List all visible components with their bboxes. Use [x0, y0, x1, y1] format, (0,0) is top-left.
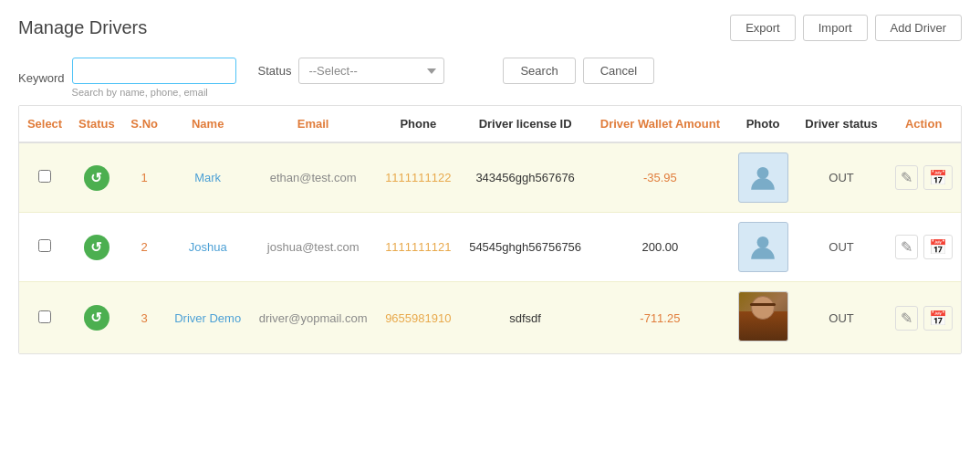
col-phone: Phone: [377, 106, 460, 142]
cell-driver-status: OUT: [797, 213, 887, 282]
cell-select: [19, 282, 70, 354]
page-title: Manage Drivers: [18, 17, 147, 38]
status-select[interactable]: --Select-- Active Inactive: [298, 58, 444, 84]
cell-email: driver@yopmail.com: [250, 282, 377, 354]
col-sno: S.No: [123, 106, 166, 142]
calendar-icon[interactable]: 📅: [923, 165, 953, 190]
table-row: ↺ 2 Joshua joshua@test.com 1111111121 54…: [19, 213, 961, 282]
cell-phone: 1111111122: [377, 142, 460, 213]
cell-wallet: -35.95: [590, 142, 729, 213]
table-header: Select Status S.No Name Email Phone Driv…: [19, 106, 961, 142]
drivers-table-wrap: Select Status S.No Name Email Phone Driv…: [18, 105, 962, 354]
cell-action: ✎ 📅: [886, 282, 961, 354]
cell-license: 343456ggh567676: [460, 142, 590, 213]
page-header: Manage Drivers Export Import Add Driver: [18, 15, 962, 41]
calendar-icon[interactable]: 📅: [923, 235, 953, 259]
cell-wallet: 200.00: [590, 213, 729, 282]
col-license: Driver license ID: [460, 106, 590, 142]
col-action: Action: [886, 106, 961, 142]
col-driver-status: Driver status: [797, 106, 887, 142]
cell-status: ↺: [70, 213, 123, 282]
manage-drivers-page: Manage Drivers Export Import Add Driver …: [0, 0, 980, 369]
col-email: Email: [250, 106, 377, 142]
col-select: Select: [19, 106, 70, 142]
table-body: ↺ 1 Mark ethan@test.com 1111111122 34345…: [19, 142, 961, 353]
search-button[interactable]: Search: [503, 58, 575, 84]
cell-name: Joshua: [166, 213, 250, 282]
cell-photo: [729, 213, 796, 282]
keyword-label: Keyword: [18, 71, 65, 85]
cell-driver-status: OUT: [797, 142, 887, 213]
svg-point-1: [757, 236, 769, 248]
edit-icon[interactable]: ✎: [895, 165, 918, 190]
cell-sno: 2: [123, 213, 166, 282]
cell-status: ↺: [70, 142, 123, 213]
driver-name-link[interactable]: Driver Demo: [174, 311, 241, 325]
cancel-button[interactable]: Cancel: [583, 58, 654, 84]
header-buttons: Export Import Add Driver: [730, 15, 962, 41]
cell-name: Driver Demo: [166, 282, 250, 354]
row-checkbox[interactable]: [38, 239, 51, 252]
cell-phone: 9655981910: [377, 282, 460, 354]
cell-email: joshua@test.com: [250, 213, 377, 282]
status-group: Status --Select-- Active Inactive: [258, 58, 445, 84]
import-button[interactable]: Import: [803, 15, 868, 41]
status-label: Status: [258, 64, 292, 78]
cell-name: Mark: [166, 142, 250, 213]
col-photo: Photo: [729, 106, 796, 142]
keyword-group: Keyword Search by name, phone, email: [18, 58, 236, 98]
filter-action-buttons: Search Cancel: [503, 58, 654, 84]
col-wallet: Driver Wallet Amount: [590, 106, 729, 142]
add-driver-button[interactable]: Add Driver: [875, 15, 962, 41]
calendar-icon[interactable]: 📅: [923, 306, 953, 331]
cell-select: [19, 142, 70, 213]
keyword-wrap: Search by name, phone, email: [72, 58, 236, 98]
photo-placeholder: [738, 152, 788, 203]
drivers-table: Select Status S.No Name Email Phone Driv…: [19, 106, 961, 353]
cell-license: 54545ghgh56756756: [460, 213, 590, 282]
cell-wallet: -711.25: [590, 282, 729, 354]
filter-section: Keyword Search by name, phone, email Sta…: [18, 58, 962, 98]
keyword-input[interactable]: [72, 58, 236, 84]
cell-driver-status: OUT: [797, 282, 887, 354]
cell-action: ✎ 📅: [886, 213, 961, 282]
cell-action: ✎ 📅: [886, 142, 961, 213]
photo-placeholder: [738, 222, 788, 272]
cell-phone: 1111111121: [377, 213, 460, 282]
export-button[interactable]: Export: [730, 15, 796, 41]
col-name: Name: [166, 106, 250, 142]
cell-select: [19, 213, 70, 282]
cell-photo: [729, 282, 796, 354]
cell-photo: [729, 142, 796, 213]
cell-license: sdfsdf: [460, 282, 590, 354]
edit-icon[interactable]: ✎: [895, 306, 918, 331]
row-checkbox[interactable]: [38, 310, 51, 323]
edit-icon[interactable]: ✎: [895, 235, 918, 259]
col-status: Status: [70, 106, 123, 142]
cell-status: ↺: [70, 282, 123, 354]
cell-sno: 1: [123, 142, 166, 213]
svg-point-0: [757, 167, 769, 179]
cell-email: ethan@test.com: [250, 142, 377, 213]
keyword-hint: Search by name, phone, email: [72, 87, 236, 98]
table-row: ↺ 3 Driver Demo driver@yopmail.com 96559…: [19, 282, 961, 354]
driver-name-link[interactable]: Joshua: [189, 240, 227, 254]
table-row: ↺ 1 Mark ethan@test.com 1111111122 34345…: [19, 142, 961, 213]
cell-sno: 3: [123, 282, 166, 354]
driver-name-link[interactable]: Mark: [194, 171, 221, 184]
row-checkbox[interactable]: [38, 170, 51, 183]
